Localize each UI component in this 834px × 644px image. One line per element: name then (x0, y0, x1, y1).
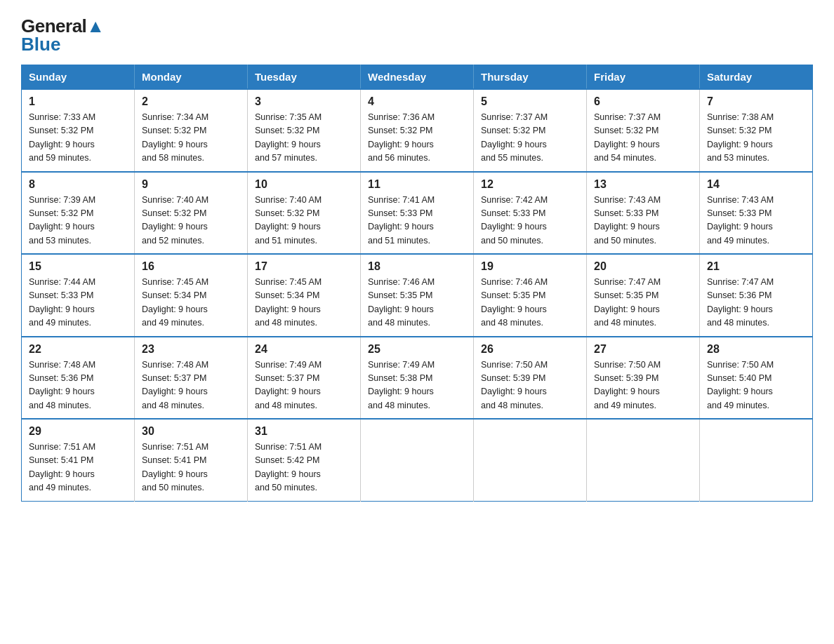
calendar-cell: 13 Sunrise: 7:43 AMSunset: 5:33 PMDaylig… (587, 172, 700, 255)
calendar-cell: 20 Sunrise: 7:47 AMSunset: 5:35 PMDaylig… (587, 254, 700, 337)
col-header-sunday: Sunday (22, 65, 135, 90)
day-info: Sunrise: 7:48 AMSunset: 5:36 PMDaylight:… (29, 360, 95, 410)
calendar-cell: 4 Sunrise: 7:36 AMSunset: 5:32 PMDayligh… (361, 89, 474, 172)
day-number: 27 (594, 343, 692, 356)
day-number: 11 (368, 178, 466, 191)
day-info: Sunrise: 7:49 AMSunset: 5:38 PMDaylight:… (368, 360, 435, 410)
calendar-cell: 12 Sunrise: 7:42 AMSunset: 5:33 PMDaylig… (474, 172, 587, 255)
day-info: Sunrise: 7:46 AMSunset: 5:35 PMDaylight:… (368, 277, 435, 328)
day-info: Sunrise: 7:47 AMSunset: 5:36 PMDaylight:… (707, 277, 774, 328)
calendar-cell: 14 Sunrise: 7:43 AMSunset: 5:33 PMDaylig… (700, 172, 813, 255)
day-number: 17 (255, 260, 353, 273)
day-info: Sunrise: 7:39 AMSunset: 5:32 PMDaylight:… (29, 195, 95, 246)
day-number: 13 (594, 178, 692, 191)
calendar-header-row: SundayMondayTuesdayWednesdayThursdayFrid… (22, 65, 813, 90)
calendar-cell: 7 Sunrise: 7:38 AMSunset: 5:32 PMDayligh… (700, 89, 813, 172)
calendar-cell: 31 Sunrise: 7:51 AMSunset: 5:42 PMDaylig… (248, 419, 361, 501)
calendar-cell: 25 Sunrise: 7:49 AMSunset: 5:38 PMDaylig… (361, 337, 474, 420)
calendar-cell: 17 Sunrise: 7:45 AMSunset: 5:34 PMDaylig… (248, 254, 361, 337)
day-info: Sunrise: 7:49 AMSunset: 5:37 PMDaylight:… (255, 360, 322, 410)
day-number: 19 (481, 260, 579, 273)
calendar-cell: 26 Sunrise: 7:50 AMSunset: 5:39 PMDaylig… (474, 337, 587, 420)
col-header-wednesday: Wednesday (361, 65, 474, 90)
day-info: Sunrise: 7:41 AMSunset: 5:33 PMDaylight:… (368, 195, 435, 246)
day-info: Sunrise: 7:45 AMSunset: 5:34 PMDaylight:… (255, 277, 322, 328)
day-number: 10 (255, 178, 353, 191)
day-info: Sunrise: 7:47 AMSunset: 5:35 PMDaylight:… (594, 277, 661, 328)
day-number: 21 (707, 260, 805, 273)
day-number: 2 (142, 95, 240, 108)
calendar-cell: 2 Sunrise: 7:34 AMSunset: 5:32 PMDayligh… (135, 89, 248, 172)
calendar-cell: 3 Sunrise: 7:35 AMSunset: 5:32 PMDayligh… (248, 89, 361, 172)
day-info: Sunrise: 7:38 AMSunset: 5:32 PMDaylight:… (707, 112, 774, 163)
day-info: Sunrise: 7:40 AMSunset: 5:32 PMDaylight:… (255, 195, 322, 246)
day-info: Sunrise: 7:43 AMSunset: 5:33 PMDaylight:… (707, 195, 774, 246)
day-info: Sunrise: 7:50 AMSunset: 5:40 PMDaylight:… (707, 360, 774, 410)
calendar-cell: 19 Sunrise: 7:46 AMSunset: 5:35 PMDaylig… (474, 254, 587, 337)
week-row-3: 15 Sunrise: 7:44 AMSunset: 5:33 PMDaylig… (22, 254, 813, 337)
day-number: 23 (142, 343, 240, 356)
logo: General▲ Blue (21, 17, 105, 53)
day-number: 14 (707, 178, 805, 191)
day-info: Sunrise: 7:37 AMSunset: 5:32 PMDaylight:… (481, 112, 548, 163)
day-number: 15 (29, 260, 127, 273)
day-info: Sunrise: 7:37 AMSunset: 5:32 PMDaylight:… (594, 112, 661, 163)
week-row-5: 29 Sunrise: 7:51 AMSunset: 5:41 PMDaylig… (22, 419, 813, 501)
calendar-cell (587, 419, 700, 501)
calendar-cell: 28 Sunrise: 7:50 AMSunset: 5:40 PMDaylig… (700, 337, 813, 420)
day-number: 22 (29, 343, 127, 356)
day-number: 30 (142, 425, 240, 438)
day-info: Sunrise: 7:43 AMSunset: 5:33 PMDaylight:… (594, 195, 661, 246)
week-row-4: 22 Sunrise: 7:48 AMSunset: 5:36 PMDaylig… (22, 337, 813, 420)
day-number: 31 (255, 425, 353, 438)
day-info: Sunrise: 7:50 AMSunset: 5:39 PMDaylight:… (594, 360, 661, 410)
calendar-cell: 21 Sunrise: 7:47 AMSunset: 5:36 PMDaylig… (700, 254, 813, 337)
day-number: 7 (707, 95, 805, 108)
calendar-cell: 9 Sunrise: 7:40 AMSunset: 5:32 PMDayligh… (135, 172, 248, 255)
logo-blue-text: Blue (21, 35, 105, 53)
calendar-table: SundayMondayTuesdayWednesdayThursdayFrid… (21, 65, 813, 502)
day-number: 18 (368, 260, 466, 273)
calendar-cell: 11 Sunrise: 7:41 AMSunset: 5:33 PMDaylig… (361, 172, 474, 255)
calendar-cell: 6 Sunrise: 7:37 AMSunset: 5:32 PMDayligh… (587, 89, 700, 172)
calendar-cell: 10 Sunrise: 7:40 AMSunset: 5:32 PMDaylig… (248, 172, 361, 255)
col-header-friday: Friday (587, 65, 700, 90)
calendar-cell: 5 Sunrise: 7:37 AMSunset: 5:32 PMDayligh… (474, 89, 587, 172)
calendar-cell: 23 Sunrise: 7:48 AMSunset: 5:37 PMDaylig… (135, 337, 248, 420)
col-header-monday: Monday (135, 65, 248, 90)
day-info: Sunrise: 7:46 AMSunset: 5:35 PMDaylight:… (481, 277, 548, 328)
col-header-tuesday: Tuesday (248, 65, 361, 90)
calendar-cell: 27 Sunrise: 7:50 AMSunset: 5:39 PMDaylig… (587, 337, 700, 420)
calendar-cell: 22 Sunrise: 7:48 AMSunset: 5:36 PMDaylig… (22, 337, 135, 420)
day-info: Sunrise: 7:50 AMSunset: 5:39 PMDaylight:… (481, 360, 548, 410)
day-number: 8 (29, 178, 127, 191)
day-info: Sunrise: 7:51 AMSunset: 5:42 PMDaylight:… (255, 442, 322, 492)
day-number: 5 (481, 95, 579, 108)
day-info: Sunrise: 7:34 AMSunset: 5:32 PMDaylight:… (142, 112, 208, 163)
day-number: 28 (707, 343, 805, 356)
day-number: 1 (29, 95, 127, 108)
day-number: 16 (142, 260, 240, 273)
day-number: 6 (594, 95, 692, 108)
calendar-cell (361, 419, 474, 501)
day-info: Sunrise: 7:44 AMSunset: 5:33 PMDaylight:… (29, 277, 95, 328)
calendar-cell: 8 Sunrise: 7:39 AMSunset: 5:32 PMDayligh… (22, 172, 135, 255)
col-header-saturday: Saturday (700, 65, 813, 90)
week-row-1: 1 Sunrise: 7:33 AMSunset: 5:32 PMDayligh… (22, 89, 813, 172)
calendar-cell: 1 Sunrise: 7:33 AMSunset: 5:32 PMDayligh… (22, 89, 135, 172)
calendar-cell (474, 419, 587, 501)
calendar-cell: 29 Sunrise: 7:51 AMSunset: 5:41 PMDaylig… (22, 419, 135, 501)
header: General▲ Blue (21, 17, 813, 53)
day-number: 9 (142, 178, 240, 191)
day-info: Sunrise: 7:40 AMSunset: 5:32 PMDaylight:… (142, 195, 208, 246)
day-number: 4 (368, 95, 466, 108)
calendar-cell: 18 Sunrise: 7:46 AMSunset: 5:35 PMDaylig… (361, 254, 474, 337)
day-info: Sunrise: 7:51 AMSunset: 5:41 PMDaylight:… (29, 442, 95, 492)
day-number: 26 (481, 343, 579, 356)
week-row-2: 8 Sunrise: 7:39 AMSunset: 5:32 PMDayligh… (22, 172, 813, 255)
day-info: Sunrise: 7:45 AMSunset: 5:34 PMDaylight:… (142, 277, 208, 328)
day-info: Sunrise: 7:35 AMSunset: 5:32 PMDaylight:… (255, 112, 322, 163)
day-number: 24 (255, 343, 353, 356)
col-header-thursday: Thursday (474, 65, 587, 90)
calendar-cell: 24 Sunrise: 7:49 AMSunset: 5:37 PMDaylig… (248, 337, 361, 420)
